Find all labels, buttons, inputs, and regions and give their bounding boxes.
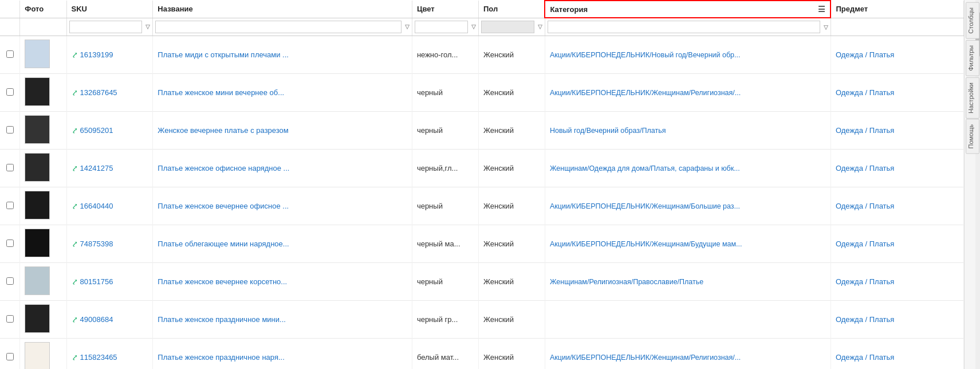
name-link[interactable]: Платье женское мини вечернее об... <box>158 88 284 97</box>
sku-link[interactable]: 74875398 <box>80 240 113 248</box>
sku-link[interactable]: 16139199 <box>80 50 113 59</box>
main-table-area: Фото SKU Название Цвет Пол <box>0 0 964 369</box>
subject-link[interactable]: Одежда / Платья <box>836 126 894 135</box>
filter-checkbox <box>0 18 20 36</box>
sidebar-tab-filters[interactable]: Фильтры <box>966 40 979 76</box>
sku-cell: ⤤49008684 <box>66 301 153 339</box>
subject-link[interactable]: Одежда / Платья <box>836 164 894 172</box>
sidebar-tab-columns[interactable]: Столбцы <box>966 2 979 39</box>
subject-link[interactable]: Одежда / Платья <box>836 202 894 210</box>
share-icon[interactable]: ⤤ <box>72 353 78 362</box>
category-menu-icon[interactable]: ☰ <box>818 5 825 14</box>
page-wrapper: Фото SKU Название Цвет Пол <box>0 0 980 369</box>
color-filter-input[interactable] <box>415 21 468 33</box>
category-link[interactable]: Женщинам/Религиозная/Православие/Платье <box>550 278 703 286</box>
category-filter-icon[interactable]: ▽ <box>824 24 828 30</box>
share-icon[interactable]: ⤤ <box>72 202 78 210</box>
sku-link[interactable]: 115823465 <box>80 353 117 362</box>
category-cell <box>545 301 831 339</box>
col-header-category: Категория ☰ <box>545 1 831 18</box>
category-link[interactable]: Женщинам/Одежда для дома/Платья, сарафан… <box>550 164 740 172</box>
sku-link[interactable]: 80151756 <box>80 277 113 286</box>
name-filter-icon[interactable]: ▽ <box>405 23 410 30</box>
category-link[interactable]: Акции/КИБЕРПОНЕДЕЛЬНИК/Женщинам/Религиоз… <box>550 354 741 362</box>
category-link[interactable]: Акции/КИБЕРПОНЕДЕЛЬНИК/Женщинам/Будущие … <box>550 240 742 248</box>
gender-cell: Женский <box>478 301 545 339</box>
subject-link[interactable]: Одежда / Платья <box>836 88 894 97</box>
name-link[interactable]: Платье облегающее мини нарядное... <box>158 240 289 248</box>
row-checkbox[interactable] <box>6 126 14 134</box>
table-body: ⤤16139199Платье миди с открытыми плечами… <box>0 36 964 370</box>
subject-link[interactable]: Одежда / Платья <box>836 315 894 324</box>
row-checkbox[interactable] <box>6 240 14 247</box>
name-link[interactable]: Платье женское праздничное наря... <box>158 353 284 362</box>
sku-filter-input[interactable] <box>69 21 143 33</box>
name-link[interactable]: Платье миди с открытыми плечами ... <box>158 50 289 59</box>
sku-filter-icon[interactable]: ▽ <box>145 23 150 30</box>
category-link[interactable]: Акции/КИБЕРПОНЕДЕЛЬНИК/Женщинам/Большие … <box>550 202 740 210</box>
gender-cell: Женский <box>478 263 545 301</box>
products-table: Фото SKU Название Цвет Пол <box>0 0 964 369</box>
row-checkbox[interactable] <box>6 353 14 360</box>
sku-link[interactable]: 16640440 <box>80 202 113 210</box>
share-icon[interactable]: ⤤ <box>72 50 78 59</box>
share-icon[interactable]: ⤤ <box>72 126 78 135</box>
category-filter-input[interactable] <box>548 21 820 33</box>
col-header-gender: Пол <box>478 1 545 18</box>
col-header-foto: Фото <box>20 1 66 18</box>
color-cell: черный <box>412 263 478 301</box>
row-checkbox[interactable] <box>6 88 14 96</box>
share-icon[interactable]: ⤤ <box>72 88 78 97</box>
name-link[interactable]: Платье женское вечернее корсетно... <box>158 277 287 286</box>
color-cell: нежно-гол... <box>412 36 478 74</box>
sku-cell: ⤤80151756 <box>66 263 153 301</box>
sku-link[interactable]: 132687645 <box>80 88 117 97</box>
name-link[interactable]: Женское вечернее платье с разрезом <box>158 126 288 135</box>
category-link[interactable]: Акции/КИБЕРПОНЕДЕЛЬНИК/Новый год/Вечерни… <box>550 51 741 59</box>
table-row: ⤤74875398Платье облегающее мини нарядное… <box>0 225 964 263</box>
subject-link[interactable]: Одежда / Платья <box>836 353 894 362</box>
gender-cell: Женский <box>478 225 545 263</box>
name-filter-input[interactable] <box>155 21 402 33</box>
header-row: Фото SKU Название Цвет Пол <box>0 1 964 18</box>
color-cell: черный <box>412 187 478 225</box>
sku-link[interactable]: 14241275 <box>80 164 113 172</box>
category-link[interactable]: Новый год/Вечерний образ/Платья <box>550 127 666 135</box>
share-icon[interactable]: ⤤ <box>72 164 78 172</box>
row-checkbox[interactable] <box>6 315 14 323</box>
category-cell: Женщинам/Одежда для дома/Платья, сарафан… <box>545 150 831 187</box>
table-row: ⤤49008684Платье женское праздничное мини… <box>0 301 964 339</box>
share-icon[interactable]: ⤤ <box>72 277 78 286</box>
gender-cell: Женский <box>478 150 545 187</box>
gender-filter-input[interactable] <box>481 21 534 33</box>
subject-link[interactable]: Одежда / Платья <box>836 240 894 248</box>
name-link[interactable]: Платье женское праздничное мини... <box>158 315 286 324</box>
share-icon[interactable]: ⤤ <box>72 240 78 248</box>
filter-subject <box>831 18 963 36</box>
row-checkbox[interactable] <box>6 164 14 171</box>
photo-cell <box>20 301 66 339</box>
sku-cell: ⤤16640440 <box>66 187 153 225</box>
name-cell: Платье облегающее мини нарядное... <box>153 225 412 263</box>
gender-cell: Женский <box>478 36 545 74</box>
sidebar-tab-help[interactable]: Помощь <box>966 119 979 154</box>
sidebar-tab-settings[interactable]: Настройки <box>966 77 979 119</box>
photo-cell <box>20 150 66 187</box>
sku-link[interactable]: 65095201 <box>80 126 113 135</box>
name-link[interactable]: Платье женское офисное нарядное ... <box>158 164 289 172</box>
subject-cell: Одежда / Платья <box>831 225 963 263</box>
subject-link[interactable]: Одежда / Платья <box>836 277 894 286</box>
gender-filter-icon[interactable]: ▽ <box>538 23 542 30</box>
col-header-color: Цвет <box>412 1 478 18</box>
sku-link[interactable]: 49008684 <box>80 315 113 324</box>
subject-link[interactable]: Одежда / Платья <box>836 50 894 59</box>
col-header-checkbox <box>0 1 20 18</box>
table-row: ⤤132687645Платье женское мини вечернее о… <box>0 74 964 112</box>
row-checkbox[interactable] <box>6 50 14 58</box>
category-link[interactable]: Акции/КИБЕРПОНЕДЕЛЬНИК/Женщинам/Религиоз… <box>550 89 741 97</box>
color-filter-icon[interactable]: ▽ <box>471 23 476 30</box>
row-checkbox[interactable] <box>6 277 14 285</box>
name-link[interactable]: Платье женское вечернее офисное ... <box>158 202 289 210</box>
row-checkbox[interactable] <box>6 202 14 209</box>
share-icon[interactable]: ⤤ <box>72 315 78 324</box>
